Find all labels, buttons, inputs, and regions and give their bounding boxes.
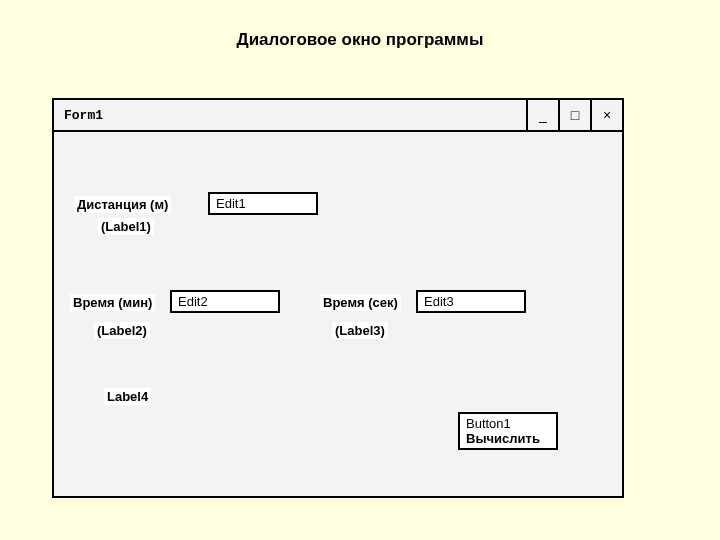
label-time-min-id: (Label2): [94, 322, 150, 339]
titlebar: Form1 _ □ ×: [54, 100, 622, 132]
edit1-field[interactable]: Edit1: [208, 192, 318, 215]
edit2-field[interactable]: Edit2: [170, 290, 280, 313]
button-caption: Вычислить: [466, 431, 550, 446]
label-output: Label4: [104, 388, 151, 405]
form-window: Form1 _ □ × Дистанция (м) (Label1) Edit1…: [52, 98, 624, 498]
titlebar-buttons: _ □ ×: [526, 100, 622, 130]
label-time-sec: Время (сек): [320, 294, 401, 311]
label-distance: Дистанция (м): [74, 196, 171, 213]
calculate-button[interactable]: Button1 Вычислить: [458, 412, 558, 450]
maximize-button[interactable]: □: [558, 100, 590, 130]
label-time-min: Время (мин): [70, 294, 155, 311]
label-time-sec-id: (Label3): [332, 322, 388, 339]
form-designer-surface[interactable]: Дистанция (м) (Label1) Edit1 Время (мин)…: [54, 132, 622, 498]
close-button[interactable]: ×: [590, 100, 622, 130]
label-distance-id: (Label1): [98, 218, 154, 235]
page-heading: Диалоговое окно программы: [0, 0, 720, 60]
minimize-button[interactable]: _: [526, 100, 558, 130]
edit3-field[interactable]: Edit3: [416, 290, 526, 313]
button-name: Button1: [466, 416, 550, 431]
window-title: Form1: [64, 108, 103, 123]
